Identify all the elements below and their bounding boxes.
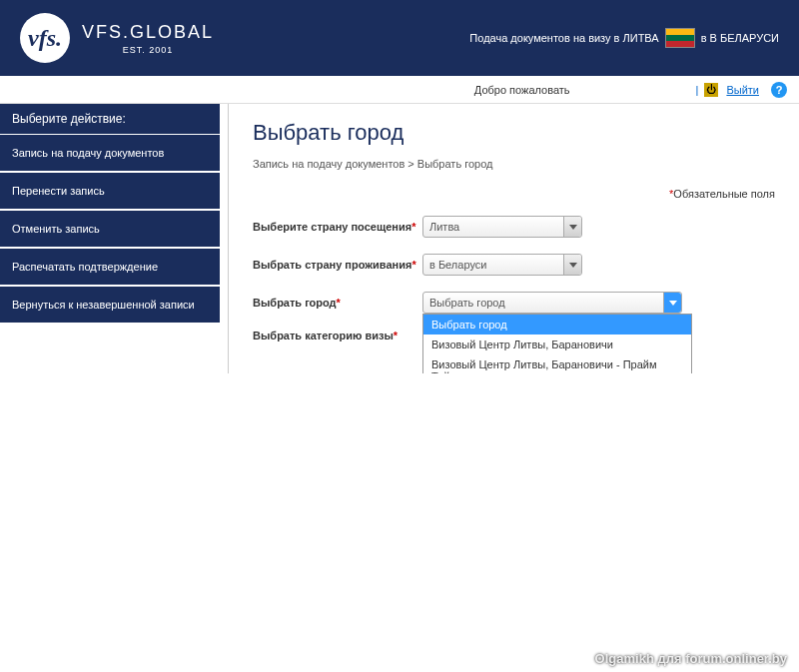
sidebar: Выберите действие: Запись на подачу доку… — [0, 104, 220, 373]
city-dropdown[interactable]: Выбрать городВизовый Центр Литвы, Барано… — [422, 314, 692, 373]
logout-link[interactable]: Выйти — [726, 84, 759, 96]
sidebar-item-cancel[interactable]: Отменить запись — [0, 211, 220, 249]
city-option[interactable]: Выбрать город — [423, 315, 691, 335]
city-option[interactable]: Визовый Центр Литвы, Барановичи — [423, 335, 691, 354]
label-residence-country: Выбрать страну проживания* — [253, 259, 422, 271]
sidebar-item-print[interactable]: Распечатать подтверждение — [0, 249, 220, 287]
brand-block: VFS.GLOBAL EST. 2001 — [82, 22, 214, 55]
brand-name: VFS.GLOBAL — [82, 22, 214, 43]
required-fields-note: Обязательные поля — [253, 188, 775, 200]
chevron-down-icon — [563, 217, 581, 237]
topbar: Добро пожаловать | ⏻ Выйти ? — [0, 76, 799, 104]
header-country: ЛИТВА — [623, 32, 659, 44]
header-suffix: в В БЕЛАРУСИ — [701, 32, 779, 44]
header-prefix: Подача документов на визу в — [469, 32, 619, 44]
help-icon[interactable]: ? — [771, 82, 787, 98]
sidebar-item-reschedule[interactable]: Перенести запись — [0, 173, 220, 211]
select-city[interactable]: Выбрать город — [422, 292, 682, 314]
city-option[interactable]: Визовый Центр Литвы, Барановичи - Прайм … — [423, 354, 691, 373]
chevron-down-icon — [663, 293, 681, 313]
separator: | — [696, 84, 699, 96]
header: vfs. VFS.GLOBAL EST. 2001 Подача докумен… — [0, 0, 799, 76]
label-visa-category: Выбрать категорию визы* — [253, 330, 422, 341]
sidebar-header: Выберите действие: — [0, 104, 220, 135]
logo: vfs. — [20, 13, 70, 63]
welcome-text: Добро пожаловать — [474, 84, 570, 96]
label-visit-country: Выберите страну посещения* — [253, 221, 422, 233]
logout-icon: ⏻ — [704, 83, 718, 97]
sidebar-item-schedule[interactable]: Запись на подачу документов — [0, 135, 220, 173]
brand-est: EST. 2001 — [82, 45, 214, 55]
breadcrumb: Запись на подачу документов > Выбрать го… — [253, 158, 775, 170]
content: Выбрать город Запись на подачу документо… — [228, 104, 799, 373]
flag-lithuania-icon — [665, 28, 695, 48]
select-residence-country[interactable]: в Беларуси — [422, 254, 582, 276]
logo-text: vfs. — [28, 25, 62, 52]
page-title: Выбрать город — [253, 120, 775, 146]
sidebar-item-resume[interactable]: Вернуться к незавершенной записи — [0, 287, 220, 325]
header-right-text: Подача документов на визу в ЛИТВА в В БЕ… — [469, 28, 779, 48]
select-visit-country[interactable]: Литва — [422, 216, 582, 238]
chevron-down-icon — [563, 255, 581, 275]
label-city: Выбрать город* — [253, 297, 422, 309]
